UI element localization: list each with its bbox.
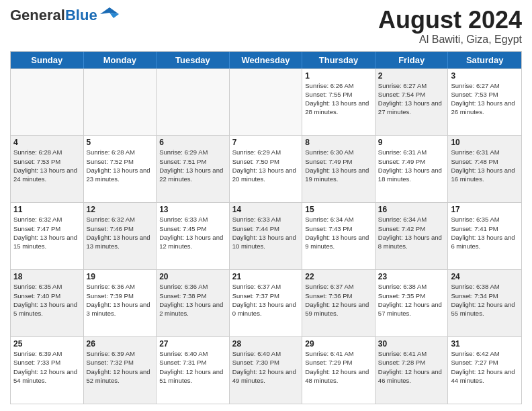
location-title: Al Bawiti, Giza, Egypt: [378, 34, 522, 46]
table-row: 5Sunrise: 6:28 AM Sunset: 7:52 PM Daylig…: [84, 136, 157, 202]
table-row: 28Sunrise: 6:40 AM Sunset: 7:30 PM Dayli…: [230, 337, 303, 404]
calendar: Sunday Monday Tuesday Wednesday Thursday…: [10, 51, 522, 404]
day-number: 21: [232, 272, 300, 281]
day-number: 17: [451, 205, 519, 214]
weekday-tuesday: Tuesday: [157, 52, 230, 68]
table-row: 30Sunrise: 6:41 AM Sunset: 7:28 PM Dayli…: [375, 337, 449, 404]
day-info: Sunrise: 6:29 AM Sunset: 7:50 PM Dayligh…: [232, 148, 300, 183]
day-number: 19: [87, 272, 154, 281]
calendar-header: Sunday Monday Tuesday Wednesday Thursday…: [11, 52, 521, 68]
title-section: August 2024 Al Bawiti, Giza, Egypt: [378, 7, 522, 46]
day-info: Sunrise: 6:37 AM Sunset: 7:37 PM Dayligh…: [232, 282, 300, 318]
table-row: 17Sunrise: 6:35 AM Sunset: 7:41 PM Dayli…: [448, 203, 521, 269]
day-info: Sunrise: 6:42 AM Sunset: 7:27 PM Dayligh…: [451, 349, 519, 385]
table-row: 22Sunrise: 6:37 AM Sunset: 7:36 PM Dayli…: [302, 270, 375, 336]
calendar-row: 11Sunrise: 6:32 AM Sunset: 7:47 PM Dayli…: [11, 202, 521, 269]
day-number: 8: [305, 138, 372, 147]
day-info: Sunrise: 6:33 AM Sunset: 7:45 PM Dayligh…: [159, 215, 226, 250]
day-number: 1: [305, 71, 372, 81]
weekday-thursday: Thursday: [302, 52, 375, 68]
table-row: 8Sunrise: 6:30 AM Sunset: 7:49 PM Daylig…: [302, 136, 375, 202]
day-number: 14: [232, 205, 300, 214]
table-row: 1Sunrise: 6:26 AM Sunset: 7:55 PM Daylig…: [302, 69, 375, 136]
table-row: [157, 69, 230, 136]
day-number: 29: [305, 339, 372, 349]
table-row: 27Sunrise: 6:40 AM Sunset: 7:31 PM Dayli…: [157, 337, 230, 404]
day-number: 28: [232, 339, 300, 349]
table-row: 14Sunrise: 6:33 AM Sunset: 7:44 PM Dayli…: [230, 203, 303, 269]
table-row: 9Sunrise: 6:31 AM Sunset: 7:49 PM Daylig…: [375, 136, 449, 202]
table-row: [11, 69, 84, 136]
day-number: 10: [451, 138, 519, 147]
day-info: Sunrise: 6:33 AM Sunset: 7:44 PM Dayligh…: [232, 215, 300, 250]
table-row: 26Sunrise: 6:39 AM Sunset: 7:32 PM Dayli…: [84, 337, 157, 404]
table-row: 6Sunrise: 6:29 AM Sunset: 7:51 PM Daylig…: [157, 136, 230, 202]
day-number: 15: [305, 205, 372, 214]
day-info: Sunrise: 6:29 AM Sunset: 7:51 PM Dayligh…: [159, 148, 226, 183]
table-row: [84, 69, 157, 136]
day-number: 4: [13, 138, 81, 147]
table-row: 23Sunrise: 6:38 AM Sunset: 7:35 PM Dayli…: [375, 270, 449, 336]
calendar-row: 18Sunrise: 6:35 AM Sunset: 7:40 PM Dayli…: [11, 269, 521, 336]
table-row: 13Sunrise: 6:33 AM Sunset: 7:45 PM Dayli…: [157, 203, 230, 269]
day-number: 24: [451, 272, 519, 281]
table-row: 15Sunrise: 6:34 AM Sunset: 7:43 PM Dayli…: [302, 203, 375, 269]
table-row: 4Sunrise: 6:28 AM Sunset: 7:53 PM Daylig…: [11, 136, 84, 202]
day-info: Sunrise: 6:41 AM Sunset: 7:28 PM Dayligh…: [378, 349, 445, 385]
day-info: Sunrise: 6:28 AM Sunset: 7:52 PM Dayligh…: [87, 148, 154, 183]
day-number: 16: [378, 205, 445, 214]
table-row: 12Sunrise: 6:32 AM Sunset: 7:46 PM Dayli…: [84, 203, 157, 269]
day-info: Sunrise: 6:32 AM Sunset: 7:47 PM Dayligh…: [13, 215, 81, 250]
logo-bird-icon: [100, 5, 119, 24]
day-info: Sunrise: 6:31 AM Sunset: 7:48 PM Dayligh…: [451, 148, 519, 183]
day-info: Sunrise: 6:40 AM Sunset: 7:31 PM Dayligh…: [159, 349, 226, 385]
day-info: Sunrise: 6:36 AM Sunset: 7:38 PM Dayligh…: [159, 282, 226, 318]
calendar-row: 25Sunrise: 6:39 AM Sunset: 7:33 PM Dayli…: [11, 336, 521, 404]
day-number: 22: [305, 272, 372, 281]
day-number: 7: [232, 138, 300, 147]
day-number: 18: [13, 272, 81, 281]
day-info: Sunrise: 6:30 AM Sunset: 7:49 PM Dayligh…: [305, 148, 372, 183]
day-number: 2: [378, 71, 445, 81]
day-info: Sunrise: 6:39 AM Sunset: 7:32 PM Dayligh…: [87, 349, 154, 385]
day-info: Sunrise: 6:36 AM Sunset: 7:39 PM Dayligh…: [87, 282, 154, 318]
table-row: 19Sunrise: 6:36 AM Sunset: 7:39 PM Dayli…: [84, 270, 157, 336]
day-number: 27: [159, 339, 226, 349]
weekday-saturday: Saturday: [448, 52, 521, 68]
day-info: Sunrise: 6:27 AM Sunset: 7:54 PM Dayligh…: [378, 81, 445, 117]
weekday-wednesday: Wednesday: [230, 52, 303, 68]
day-number: 12: [87, 205, 154, 214]
month-title: August 2024: [378, 7, 522, 34]
day-info: Sunrise: 6:38 AM Sunset: 7:34 PM Dayligh…: [451, 282, 519, 318]
calendar-row: 1Sunrise: 6:26 AM Sunset: 7:55 PM Daylig…: [11, 68, 521, 136]
day-info: Sunrise: 6:39 AM Sunset: 7:33 PM Dayligh…: [13, 349, 81, 385]
day-info: Sunrise: 6:28 AM Sunset: 7:53 PM Dayligh…: [13, 148, 81, 183]
table-row: 20Sunrise: 6:36 AM Sunset: 7:38 PM Dayli…: [157, 270, 230, 336]
day-info: Sunrise: 6:35 AM Sunset: 7:41 PM Dayligh…: [451, 215, 519, 250]
table-row: 24Sunrise: 6:38 AM Sunset: 7:34 PM Dayli…: [448, 270, 521, 336]
day-info: Sunrise: 6:32 AM Sunset: 7:46 PM Dayligh…: [87, 215, 154, 250]
weekday-friday: Friday: [375, 52, 449, 68]
day-number: 26: [87, 339, 154, 349]
table-row: 16Sunrise: 6:34 AM Sunset: 7:42 PM Dayli…: [375, 203, 449, 269]
table-row: 21Sunrise: 6:37 AM Sunset: 7:37 PM Dayli…: [230, 270, 303, 336]
page: GeneralBlue August 2024 Al Bawiti, Giza,…: [0, 0, 532, 411]
day-info: Sunrise: 6:38 AM Sunset: 7:35 PM Dayligh…: [378, 282, 445, 318]
day-number: 23: [378, 272, 445, 281]
day-info: Sunrise: 6:35 AM Sunset: 7:40 PM Dayligh…: [13, 282, 81, 318]
day-number: 11: [13, 205, 81, 214]
day-info: Sunrise: 6:37 AM Sunset: 7:36 PM Dayligh…: [305, 282, 372, 318]
table-row: 7Sunrise: 6:29 AM Sunset: 7:50 PM Daylig…: [230, 136, 303, 202]
day-info: Sunrise: 6:41 AM Sunset: 7:29 PM Dayligh…: [305, 349, 372, 385]
logo-general: GeneralBlue: [10, 7, 97, 24]
calendar-row: 4Sunrise: 6:28 AM Sunset: 7:53 PM Daylig…: [11, 135, 521, 202]
table-row: [230, 69, 303, 136]
table-row: 10Sunrise: 6:31 AM Sunset: 7:48 PM Dayli…: [448, 136, 521, 202]
day-number: 31: [451, 339, 519, 349]
table-row: 3Sunrise: 6:27 AM Sunset: 7:53 PM Daylig…: [448, 69, 521, 136]
day-info: Sunrise: 6:40 AM Sunset: 7:30 PM Dayligh…: [232, 349, 300, 385]
day-info: Sunrise: 6:27 AM Sunset: 7:53 PM Dayligh…: [451, 81, 519, 117]
table-row: 2Sunrise: 6:27 AM Sunset: 7:54 PM Daylig…: [375, 69, 449, 136]
day-number: 25: [13, 339, 81, 349]
svg-marker-0: [100, 7, 119, 14]
